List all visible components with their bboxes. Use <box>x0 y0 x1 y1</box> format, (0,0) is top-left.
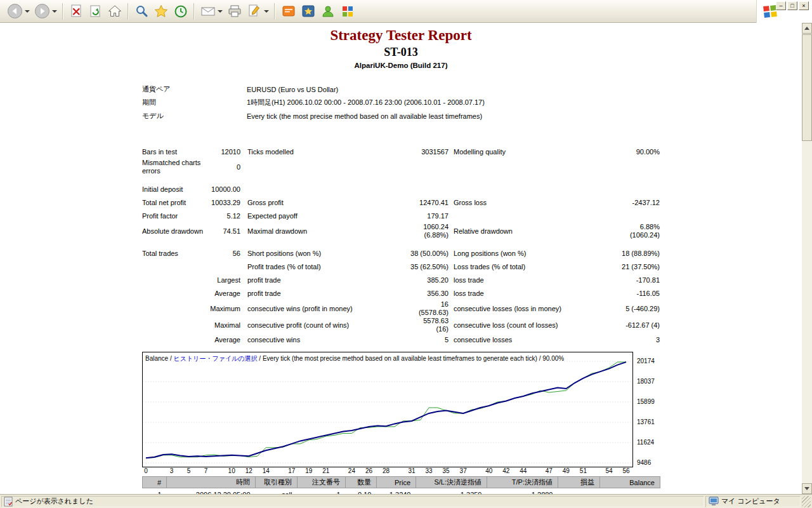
msn-messenger-button[interactable] <box>318 2 337 21</box>
trades-table-body: 12006.12.20 05:00sell10.101.32401.33591.… <box>143 488 660 495</box>
vertical-scrollbar[interactable] <box>802 23 812 494</box>
stat-label: Mismatched charts errors <box>142 159 209 175</box>
stat-value: Maximal <box>209 317 240 333</box>
page-content: Strategy Tester Report ST-013 AlpariUK-D… <box>0 23 802 494</box>
trades-col-header: S/L:決済逆指値 <box>416 477 487 488</box>
minimize-button[interactable]: – <box>776 1 786 10</box>
scroll-thumb[interactable] <box>802 34 812 141</box>
y-tick-label: 20174 <box>637 358 655 364</box>
stats-table-body: Bars in test12010Ticks modelled3031567Mo… <box>142 145 660 347</box>
report-title: Strategy Tester Report <box>142 27 660 44</box>
close-button[interactable]: × <box>799 1 809 10</box>
info-table-body: 通貨ペアEURUSD (Euro vs US Dollar)期間1時間足(H1)… <box>142 83 660 123</box>
scroll-up-button[interactable] <box>802 23 812 34</box>
info-label: 期間 <box>142 96 247 109</box>
trade-cell: sell <box>256 488 298 495</box>
restore-button[interactable]: □ <box>787 1 797 10</box>
stat-label: consecutive losses (loss in money) <box>449 300 615 317</box>
forward-dropdown-icon[interactable] <box>52 10 57 13</box>
x-tick-label: 54 <box>605 468 612 474</box>
stat-label: Total trades <box>142 247 209 260</box>
y-tick-label: 18037 <box>637 378 655 385</box>
stat-value: Largest <box>209 274 240 287</box>
mail-button[interactable] <box>199 2 225 21</box>
stat-label: Loss trades (% of total) <box>449 260 615 274</box>
mail-dropdown-icon[interactable] <box>218 10 223 13</box>
trades-header-row: #時間取引種別注文番号数量PriceS/L:決済逆指値T/P:決済指値損益Bal… <box>143 477 660 488</box>
stat-value: 12010 <box>209 145 240 159</box>
stat-label: Absolute drawdown <box>142 223 209 239</box>
trades-col-header: T/P:決済指値 <box>487 477 558 488</box>
trades-col-header: 注文番号 <box>298 477 346 488</box>
stat-label: Long positions (won %) <box>449 247 615 260</box>
stat-label: consecutive wins (profit in money) <box>240 300 409 317</box>
trade-cell: 0.10 <box>346 488 377 495</box>
stats-row: Averageconsecutive wins5consecutive loss… <box>142 333 660 347</box>
back-dropdown-icon[interactable] <box>25 10 30 13</box>
edit-dropdown-icon[interactable] <box>264 10 269 13</box>
stats-row: Total trades56Short positions (won %)38 … <box>142 247 660 260</box>
x-tick-label: 17 <box>288 468 295 474</box>
scroll-down-arrow-icon <box>804 487 809 490</box>
back-icon <box>7 3 23 19</box>
stat-label <box>449 159 615 175</box>
history-clock-icon <box>173 4 188 18</box>
stat-label: Maximal drawdown <box>240 223 409 239</box>
y-tick-label: 9486 <box>637 460 651 466</box>
trade-cell <box>600 488 660 495</box>
edit-button[interactable] <box>245 2 271 21</box>
scroll-down-button[interactable] <box>802 483 812 494</box>
stop-icon <box>69 4 84 18</box>
trade-cell: 1.3359 <box>416 488 487 495</box>
x-tick-label: 56 <box>622 468 629 474</box>
balance-chart: Balance / ヒストリー・ファイルの選択 / Every tick (th… <box>142 352 660 467</box>
messenger-icon <box>281 4 296 18</box>
favorites-button[interactable] <box>152 2 171 21</box>
trades-col-header: Price <box>377 477 416 488</box>
trade-cell: 1 <box>143 488 167 495</box>
status-bar: ページが表示されました マイ コンピュータ <box>0 494 812 508</box>
stat-label <box>142 260 209 274</box>
stats-row: Bars in test12010Ticks modelled3031567Mo… <box>142 145 660 159</box>
stat-label: consecutive loss (count of losses) <box>449 317 615 333</box>
trade-cell: 1.3240 <box>377 488 416 495</box>
resize-grip[interactable] <box>802 496 811 507</box>
x-tick-label: 19 <box>305 468 312 474</box>
stat-label: Short positions (won %) <box>240 247 409 260</box>
home-button[interactable] <box>105 2 124 21</box>
search-button[interactable] <box>133 2 151 21</box>
back-button[interactable] <box>5 2 32 21</box>
favorites-star-icon <box>154 4 169 18</box>
x-tick-label: 26 <box>365 468 372 474</box>
history-button[interactable] <box>171 2 190 21</box>
refresh-button[interactable] <box>86 2 105 21</box>
stat-label: consecutive profit (count of wins) <box>240 317 409 333</box>
security-zone-label: マイ コンピュータ <box>721 497 780 506</box>
stat-label: Relative drawdown <box>449 223 615 239</box>
stat-label <box>142 333 209 347</box>
stat-value: Average <box>209 333 240 347</box>
stop-button[interactable] <box>67 2 86 21</box>
toolbar-separator <box>62 3 63 20</box>
stat-value: -2437.12 <box>615 196 660 210</box>
stats-row: Profit factor5.12Expected payoff179.17 <box>142 210 660 223</box>
status-section-main: ページが表示されました <box>1 496 704 507</box>
trade-cell <box>558 488 600 495</box>
stat-value: 90.00% <box>615 145 660 159</box>
x-tick-label: 51 <box>580 468 587 474</box>
media-icon <box>340 4 355 18</box>
info-row: モデルEvery tick (the most precise method b… <box>142 109 660 123</box>
stat-value <box>409 183 449 196</box>
chart-plot-area: Balance / ヒストリー・ファイルの選択 / Every tick (th… <box>142 352 633 467</box>
stats-row: Mismatched charts errors0 <box>142 159 660 175</box>
media-button[interactable] <box>338 2 357 21</box>
forward-button[interactable] <box>32 2 59 21</box>
stat-value: Maximum <box>209 300 240 317</box>
stats-row: Absolute drawdown74.51Maximal drawdown10… <box>142 223 660 239</box>
messenger-button[interactable] <box>279 2 298 21</box>
home-icon <box>107 4 122 18</box>
research-button[interactable] <box>299 2 318 21</box>
chart-caption-link: ヒストリー・ファイルの選択 <box>173 355 257 362</box>
print-button[interactable] <box>225 2 244 21</box>
trades-col-header: Balance <box>600 477 660 488</box>
